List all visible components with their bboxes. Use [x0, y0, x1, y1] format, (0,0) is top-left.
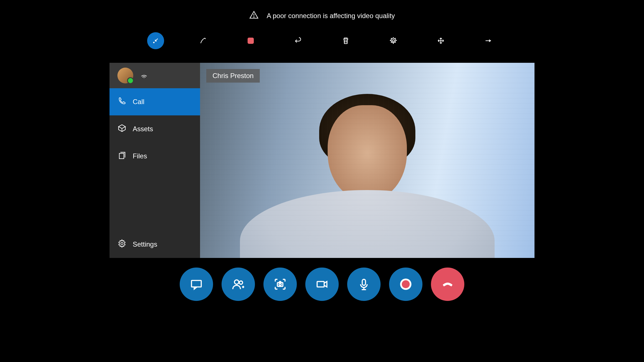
effects-button[interactable] — [385, 32, 402, 49]
cube-icon — [117, 124, 126, 134]
files-icon — [117, 151, 126, 161]
svg-rect-14 — [317, 281, 324, 287]
record-dot-icon — [402, 280, 410, 288]
svg-rect-9 — [192, 281, 201, 287]
microphone-button[interactable] — [347, 268, 381, 301]
sidebar-header — [110, 63, 200, 88]
svg-point-13 — [279, 283, 281, 286]
record-button[interactable] — [389, 268, 422, 301]
camera-button[interactable] — [305, 268, 339, 301]
sidebar-item-files[interactable]: Files — [110, 143, 200, 170]
svg-point-8 — [121, 242, 123, 245]
svg-point-10 — [235, 280, 239, 284]
avatar[interactable] — [117, 68, 133, 83]
sidebar-item-label: Files — [133, 152, 147, 160]
sidebar: Call Assets Files Settings — [110, 63, 200, 258]
svg-rect-7 — [119, 153, 124, 159]
participant-name-text: Chris Preston — [212, 72, 254, 79]
sidebar-item-label: Settings — [133, 240, 157, 248]
snapshot-button[interactable] — [263, 268, 297, 301]
collapse-button[interactable] — [147, 32, 164, 49]
remote-video: Chris Preston — [200, 63, 534, 258]
call-controls — [180, 268, 464, 301]
svg-point-2 — [153, 42, 154, 43]
sidebar-item-label: Assets — [133, 125, 153, 133]
gear-icon — [117, 239, 126, 250]
hangup-button[interactable] — [431, 268, 464, 301]
connection-warning-text: A poor connection is affecting video qua… — [267, 12, 395, 20]
stop-record-button[interactable] — [242, 32, 259, 49]
expand-button[interactable] — [432, 32, 449, 49]
sidebar-item-label: Call — [133, 98, 144, 106]
sidebar-item-settings[interactable]: Settings — [110, 231, 200, 258]
phone-icon — [117, 96, 126, 107]
svg-point-1 — [254, 17, 254, 17]
svg-point-11 — [239, 281, 243, 285]
warning-icon — [249, 10, 259, 21]
svg-rect-15 — [362, 279, 366, 285]
undo-button[interactable] — [290, 32, 307, 49]
sidebar-item-assets[interactable]: Assets — [110, 115, 200, 143]
connection-warning-banner: A poor connection is affecting video qua… — [249, 10, 395, 21]
sidebar-item-call[interactable]: Call — [110, 88, 200, 115]
participant-name-label: Chris Preston — [206, 69, 260, 83]
delete-button[interactable] — [337, 32, 354, 49]
signal-icon — [140, 71, 148, 80]
main-container: Call Assets Files Settings — [110, 63, 534, 258]
pin-button[interactable] — [480, 32, 497, 49]
svg-point-6 — [144, 77, 144, 78]
annotation-toolbar — [147, 32, 497, 49]
ink-button[interactable] — [195, 32, 212, 49]
add-participant-button[interactable] — [222, 268, 255, 301]
svg-point-5 — [392, 40, 394, 42]
chat-button[interactable] — [180, 268, 213, 301]
